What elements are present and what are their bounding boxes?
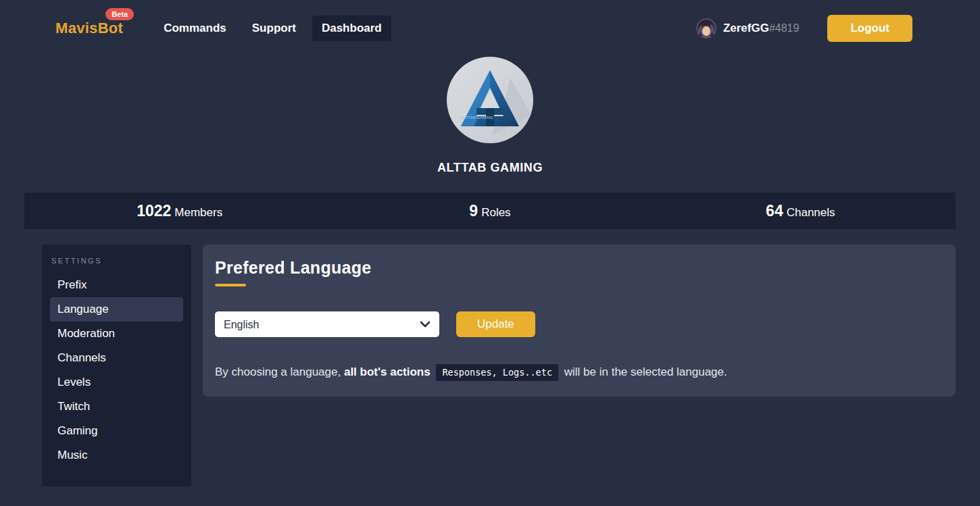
sidebar-item-gaming[interactable]: Gaming [50, 419, 183, 443]
sidebar-item-music[interactable]: Music [50, 443, 183, 467]
language-select[interactable]: English [215, 311, 439, 337]
stat-roles-label: Roles [481, 206, 510, 219]
user-chip: ZerefGG#4819 [696, 18, 800, 39]
sidebar-heading: SETTINGS [50, 257, 183, 265]
description-code-chip: Responses, Logs..etc [436, 364, 558, 381]
brand-logo[interactable]: MavisBot [55, 20, 123, 36]
user-discriminator: #4819 [769, 22, 800, 34]
server-logo-icon: ALTTAB GAMING ALTTAB [447, 57, 533, 143]
sidebar-item-prefix[interactable]: Prefix [50, 273, 183, 297]
sidebar-item-twitch[interactable]: Twitch [50, 395, 183, 419]
logo-watermark-small: ALTTAB GAMING [461, 116, 493, 120]
stat-members-value: 1022 [137, 202, 171, 220]
stat-channels-value: 64 [766, 202, 783, 220]
stat-roles: 9Roles [335, 202, 645, 220]
sidebar-item-levels[interactable]: Levels [50, 370, 183, 395]
title-underline [215, 284, 246, 286]
nav-link-support[interactable]: Support [243, 16, 305, 41]
stat-members-label: Members [174, 206, 222, 219]
panel-title: Prefered Language [215, 258, 944, 278]
user-avatar [696, 18, 716, 39]
nav-links: Commands Support Dashboard [154, 16, 391, 41]
nav-link-dashboard[interactable]: Dashboard [312, 16, 391, 41]
sidebar-item-language[interactable]: Language [50, 297, 183, 322]
stat-channels-label: Channels [787, 206, 835, 219]
beta-badge: Beta [105, 8, 134, 20]
server-stats-bar: 1022Members 9Roles 64Channels [24, 193, 956, 229]
description-prefix: By choosing a language, [215, 365, 344, 378]
brand-wrap: MavisBot Beta [55, 20, 123, 37]
sidebar-item-channels[interactable]: Channels [50, 346, 183, 370]
user-name: ZerefGG#4819 [723, 22, 800, 35]
content-area: SETTINGS Prefix Language Moderation Chan… [42, 245, 956, 486]
stat-roles-value: 9 [469, 202, 478, 220]
stat-channels: 64Channels [645, 202, 956, 220]
update-button[interactable]: Update [456, 311, 535, 337]
language-description: By choosing a language, all bot's action… [215, 365, 944, 379]
stat-members: 1022Members [24, 202, 335, 220]
server-name: ALTTAB GAMING [0, 161, 980, 175]
description-suffix: will be in the selected language. [564, 365, 727, 378]
settings-sidebar: SETTINGS Prefix Language Moderation Chan… [42, 245, 191, 486]
server-header: ALTTAB GAMING ALTTAB ALTTAB GAMING [0, 57, 980, 175]
nav-link-commands[interactable]: Commands [154, 16, 236, 41]
logo-watermark-large: ALTTAB [493, 129, 524, 135]
description-bold: all bot's actions [344, 365, 431, 378]
logout-button[interactable]: Logout [827, 15, 912, 42]
language-select-wrap: English [215, 311, 439, 337]
sidebar-item-moderation[interactable]: Moderation [50, 322, 183, 346]
navbar: MavisBot Beta Commands Support Dashboard [0, 0, 980, 57]
language-settings-panel: Prefered Language English Update By choo… [203, 245, 956, 397]
